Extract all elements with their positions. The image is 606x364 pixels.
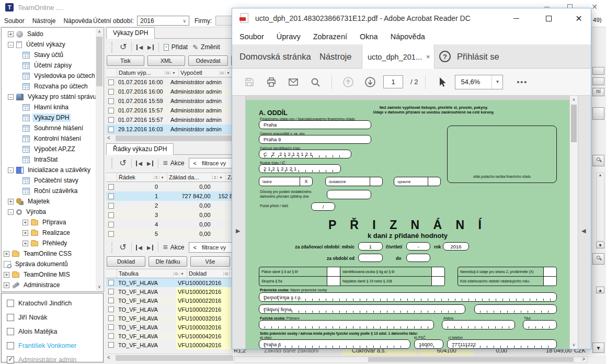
report-row[interactable]: 01.07.2016 16:00 Administrátor admin [106, 77, 237, 87]
row-checkbox[interactable] [108, 280, 114, 286]
report-row[interactable]: 01.07.2016 15:57 Administrátor admin [106, 106, 237, 115]
row-checkbox[interactable] [108, 203, 114, 209]
filter-combo[interactable]: <filtrace vy [189, 242, 237, 253]
scrollbar-thumb[interactable] [368, 357, 574, 362]
vat-row[interactable]: 3 0,00 [106, 210, 237, 220]
tab-tools[interactable]: Nástroje [319, 44, 351, 69]
menu-soubor[interactable]: Soubor [239, 32, 264, 41]
help-icon[interactable]: ? [439, 51, 451, 62]
search-button-clipped[interactable] [592, 155, 604, 166]
search-icon[interactable] [306, 73, 324, 91]
vat-row[interactable]: 1 727 842,00 152 84 [106, 191, 237, 201]
scroll-up-button[interactable]: ▴ [596, 287, 604, 293]
tools-pane-toggle-icon[interactable]: ◀ [581, 228, 586, 234]
page-number-input[interactable] [383, 75, 403, 88]
document-row[interactable]: TO_VF_HLAVA VFU1000022016 [106, 305, 237, 314]
tree-expand-toggle[interactable]: + [8, 199, 14, 204]
row-checkbox[interactable] [108, 98, 114, 104]
sidebar-tree-item[interactable]: IntraStat [2, 154, 96, 165]
user-list-item[interactable]: Alois Matějka [7, 327, 103, 336]
reports-hscrollbar[interactable]: < [106, 134, 234, 142]
row-checkbox[interactable] [108, 333, 114, 339]
vat-row[interactable]: 0 0,00 [106, 182, 237, 191]
sort-arrow-icon[interactable]: ▼ [159, 176, 165, 179]
zoom-select[interactable]: 54,6% ▼ [455, 75, 503, 89]
row-checkbox[interactable] [108, 289, 114, 294]
period-from-field[interactable] [358, 254, 383, 262]
nav-pane-toggle-icon[interactable]: ▶ [236, 228, 240, 234]
tree-expand-toggle[interactable]: - [8, 94, 14, 100]
scroll-up-icon[interactable]: ∧ [96, 28, 103, 36]
row-checkbox[interactable] [108, 222, 114, 228]
select-tool-icon[interactable] [433, 73, 451, 91]
additional-value[interactable] [370, 177, 382, 186]
close-button[interactable]: ✕ [566, 8, 592, 28]
bottom-hscrollbar[interactable]: > [234, 356, 588, 363]
tab-home[interactable]: Domovská stránka [239, 44, 311, 69]
quarter-field[interactable]: - [406, 242, 430, 251]
user-list-item[interactable]: František Vonkomer [7, 342, 103, 350]
sort-arrow-icon[interactable]: ▼ [225, 71, 231, 75]
tree-expand-toggle[interactable]: - [8, 42, 14, 48]
tree-expand-toggle[interactable]: - [8, 209, 14, 215]
column-radek[interactable]: ŘádekΣ▼ [117, 173, 167, 181]
month-field[interactable]: 1 [358, 242, 383, 251]
vat-row[interactable]: 2 0,00 [106, 201, 237, 210]
period-to-field[interactable] [406, 254, 430, 262]
scrollbar-thumb[interactable] [571, 105, 577, 142]
firstname-field[interactable] [442, 320, 515, 329]
sidebar-tree-item[interactable]: Hlavní kniha [2, 102, 96, 112]
dropdown-button-clipped[interactable]: ▼ [592, 343, 604, 353]
sidebar-tree-item[interactable]: Kontrolní hlášení [2, 133, 96, 144]
row-checkbox[interactable] [108, 117, 114, 123]
user-list-item[interactable]: Jiří Novák [7, 313, 103, 322]
action-menu-button[interactable]: ≡Akce [163, 159, 184, 167]
payer-value-cell[interactable] [327, 267, 340, 277]
scroll-right-icon[interactable]: > [582, 356, 585, 362]
menu-napoveda[interactable]: Nápověda [63, 17, 92, 25]
scroll-up-icon[interactable]: ∧ [570, 96, 578, 104]
dle-radku-button[interactable]: Dle řádku [148, 256, 187, 267]
scroll-left-icon[interactable]: < [107, 355, 110, 360]
sort-arrow-icon[interactable]: ▼ [218, 176, 224, 179]
print-report-button[interactable]: Tisk [107, 55, 144, 66]
sort-arrow-icon[interactable]: ▼ [179, 272, 185, 276]
sidebar-tree-item[interactable]: Správa dokumentů [2, 259, 96, 269]
reasons-date-field[interactable] [327, 190, 371, 199]
vse-button[interactable]: Vše [190, 256, 230, 267]
menu-upravy[interactable]: Úpravy [277, 32, 301, 41]
first-record-icon[interactable]: ◀ [136, 44, 143, 50]
company-name-field-3[interactable] [474, 304, 557, 314]
save-icon[interactable] [241, 73, 258, 91]
document-row[interactable]: TO_VF_HLAVA VFU1000022016 [106, 296, 237, 305]
sidebar-tree-item[interactable]: Počáteční stavy [2, 175, 96, 186]
corrective-value[interactable] [428, 177, 440, 186]
tree-expand-toggle[interactable]: - [8, 167, 14, 173]
row-checkbox[interactable] [108, 108, 114, 113]
last-record-icon[interactable]: ▶ [147, 161, 153, 166]
clipped-button[interactable] [592, 77, 604, 85]
surname-field[interactable] [259, 320, 434, 329]
sidebar-tree-item[interactable]: Souhrnné hlášení [2, 123, 96, 133]
tab-vykazy-dph[interactable]: Výkazy DPH [106, 27, 155, 39]
more-tools-button[interactable]: ••• [517, 78, 528, 86]
document-row[interactable]: TO_VF_HLAVA VFU1000012016 [106, 278, 237, 287]
sidebar-tree-item[interactable]: + Příprava [2, 217, 96, 228]
sidebar-tree-item[interactable]: + TeamOnline CSS [2, 248, 96, 259]
tax-office-field[interactable]: Praha [259, 120, 371, 129]
add-button[interactable]: +Přidat [164, 43, 188, 51]
user-checkbox[interactable] [7, 342, 14, 349]
sidebar-tree-item[interactable]: Výkazy DPH [2, 112, 96, 123]
tab-radky-vykazu[interactable]: Řádky výkazu DPH [106, 143, 174, 155]
clipped-button[interactable] [592, 107, 604, 120]
period-code-value-cell[interactable] [543, 276, 557, 286]
sidebar-tree-item[interactable]: - Inicializace a uzávěrky [2, 165, 96, 175]
row-checkbox[interactable] [108, 184, 114, 190]
menu-soubor[interactable]: Soubor [4, 17, 25, 25]
sidebar-tree-item[interactable]: Roční uzávěrka [2, 186, 96, 196]
sidebar-tree-item[interactable]: + Saldo [2, 29, 96, 39]
regular-value[interactable]: X [300, 177, 312, 186]
year-field[interactable]: 2016 [443, 242, 469, 251]
no-data-value-cell[interactable] [543, 267, 557, 277]
scroll-up-icon[interactable]: ▲ [597, 173, 604, 177]
